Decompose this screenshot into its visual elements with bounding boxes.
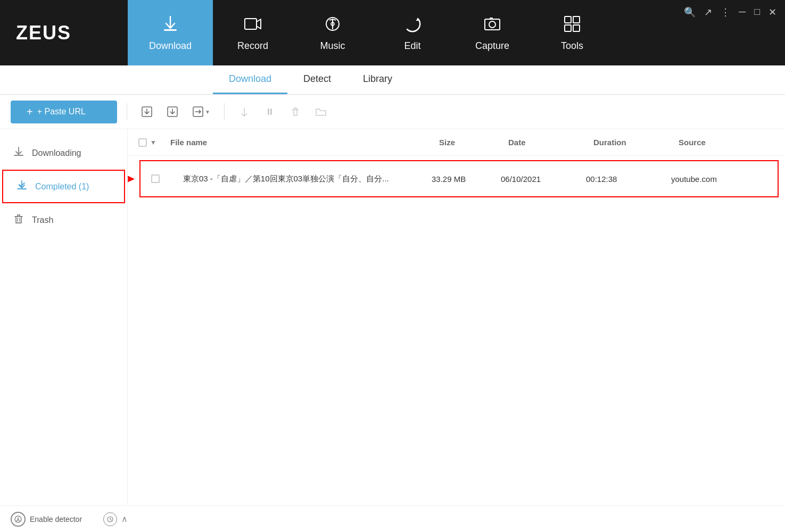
chevron-up-icon[interactable]: ∧ [121,514,128,524]
capture-nav-icon [483,14,502,36]
nav-label-tools: Tools [561,40,583,52]
minimize-icon[interactable]: ─ [739,6,746,18]
svg-rect-14 [268,109,269,115]
svg-rect-10 [573,25,580,31]
svg-rect-0 [164,29,177,31]
tab-detect[interactable]: Detect [287,65,347,94]
tools-nav-icon [563,14,582,36]
edit-nav-icon [403,14,422,36]
nav-label-music: Music [320,40,345,52]
select-all-checkbox[interactable] [138,138,147,147]
pause-button[interactable] [260,102,280,122]
header-checkbox-col: ▼ [138,138,165,147]
open-folder-button[interactable] [311,102,331,122]
plus-icon: + [27,106,33,118]
table-body: ➤ 東京03 -「自虐」／第10回東京03単独公演「自分、自分... 33.29… [128,156,785,505]
row-source: youtube.com [671,174,767,184]
svg-rect-15 [270,109,272,115]
download-nav-icon [161,14,180,36]
trash-icon [13,213,24,227]
completed-icon [16,179,28,194]
row-checkbox[interactable] [151,174,160,183]
nav-item-download[interactable]: Download [128,0,213,65]
table-row[interactable]: ➤ 東京03 -「自虐」／第10回東京03単独公演「自分、自分... 33.29… [139,160,779,197]
enable-detector-control[interactable]: Enable detector [11,512,82,527]
convert-button[interactable]: ▼ [188,102,214,122]
music-nav-icon [323,14,342,36]
sidebar: Downloading Completed (1) Trash [0,129,128,505]
nav-label-record: Record [237,40,268,52]
downloading-label: Downloading [32,148,81,158]
delete-button[interactable] [285,102,305,122]
sub-navigation: Download Detect Library [0,65,785,95]
status-bar: Enable detector ∧ [0,505,785,532]
app-logo: ZEUS [16,22,71,44]
close-icon[interactable]: ✕ [769,6,776,18]
header-duration: Duration [593,138,679,147]
sidebar-item-completed[interactable]: Completed (1) [2,170,125,203]
sidebar-item-trash[interactable]: Trash [0,204,127,236]
tab-download[interactable]: Download [213,65,287,94]
window-controls: 🔍 ↗ ⋮ ─ □ ✕ [675,0,785,65]
resume-button[interactable] [234,102,254,122]
svg-rect-7 [565,16,571,23]
trash-label: Trash [32,215,53,225]
row-filename: 東京03 -「自虐」／第10回東京03単独公演「自分、自分... [178,174,432,184]
nav-label-capture: Capture [475,40,509,52]
nav-item-record[interactable]: Record [213,0,293,65]
bottom-controls: ∧ [103,512,128,526]
record-nav-icon [243,14,262,36]
row-date: 06/10/2021 [501,174,586,184]
enable-detector-label: Enable detector [30,515,82,523]
toolbar-separator-2 [224,103,225,120]
svg-rect-1 [245,19,257,29]
top-navigation: ZEUS Download Record [0,0,785,65]
nav-label-download: Download [149,40,192,52]
toolbar-separator-1 [127,103,127,120]
detector-icon [11,512,26,527]
row-checkbox-col [151,174,178,183]
download-again-button[interactable] [162,102,183,122]
clock-icon [103,512,117,526]
nav-label-edit: Edit [404,40,421,52]
nav-items: Download Record Music [128,0,675,65]
header-size: Size [439,138,508,147]
nav-item-capture[interactable]: Capture [452,0,532,65]
header-filename: File name [165,138,439,147]
download-to-button[interactable] [137,102,157,122]
tab-library[interactable]: Library [347,65,408,94]
svg-rect-9 [565,25,571,31]
svg-point-5 [489,21,495,28]
nav-item-edit[interactable]: Edit [373,0,452,65]
downloading-icon [13,146,24,160]
nav-item-music[interactable]: Music [293,0,373,65]
logo-area: ZEUS [0,0,128,65]
search-icon[interactable]: 🔍 [684,6,696,18]
table-header: ▼ File name Size Date Duration Source [128,129,785,156]
maximize-icon[interactable]: □ [754,6,760,18]
paste-url-button[interactable]: + + Paste URL [11,101,117,123]
share-icon[interactable]: ↗ [704,6,712,18]
checkbox-dropdown-arrow[interactable]: ▼ [150,139,156,146]
sidebar-item-downloading[interactable]: Downloading [0,137,127,169]
nav-item-tools[interactable]: Tools [532,0,612,65]
header-date: Date [508,138,593,147]
file-area: ▼ File name Size Date Duration Source ➤ … [128,129,785,505]
svg-rect-6 [490,18,493,20]
svg-rect-8 [573,16,580,23]
completed-label: Completed (1) [35,182,89,192]
main-content: Downloading Completed (1) Trash [0,129,785,505]
toolbar: + + Paste URL ▼ [0,95,785,129]
header-source: Source [679,138,774,147]
row-pointer-arrow: ➤ [128,171,135,186]
row-size: 33.29 MB [432,174,501,184]
row-duration: 00:12:38 [586,174,671,184]
more-icon[interactable]: ⋮ [721,6,730,18]
